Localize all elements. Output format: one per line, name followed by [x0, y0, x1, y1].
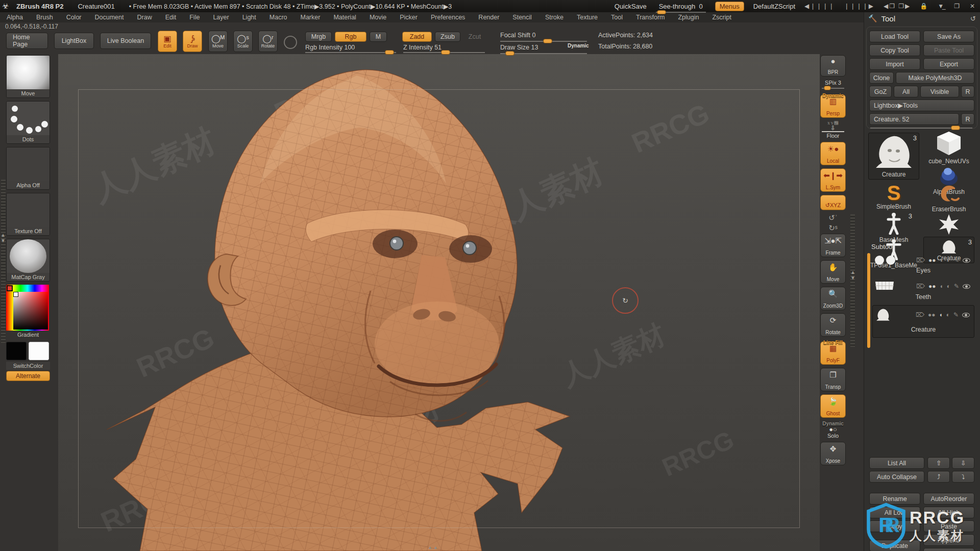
current-tool-slider[interactable]: Creature. 52 [869, 113, 959, 125]
clone-button[interactable]: Clone [869, 72, 894, 84]
export-button[interactable]: Export [923, 58, 974, 70]
focal-shift-handle[interactable] [543, 39, 552, 43]
import-button[interactable]: Import [869, 58, 920, 70]
secondary-color-swatch[interactable] [29, 342, 49, 360]
visibility-eye-icon[interactable] [963, 284, 970, 289]
restore-icon[interactable]: ❐ [954, 3, 961, 10]
live-boolean-button[interactable]: Live Boolean [100, 33, 151, 49]
goz-r-button[interactable]: R [961, 86, 974, 97]
bpr-render-button[interactable]: ● BPR [820, 55, 846, 77]
draw-size-handle[interactable] [505, 51, 514, 56]
subtool-row-teeth[interactable]: ⌦ ●● ◖ ◐ ✎ Teeth [873, 280, 973, 300]
menu-render[interactable]: Render [472, 13, 506, 22]
rotate-canvas-button[interactable]: ⟳ Rotate [820, 313, 846, 337]
default-zscript-button[interactable]: DefaultZScript [753, 3, 795, 10]
menu-file[interactable]: File [183, 13, 206, 22]
visibility-eye-icon[interactable] [962, 313, 970, 317]
make-polymesh3d-button[interactable]: Make PolyMesh3D [896, 72, 974, 84]
copy-tool-button[interactable]: Copy Tool [869, 44, 920, 56]
polypaint-icon[interactable]: ●● [928, 283, 936, 290]
menu-tool[interactable]: Tool [604, 13, 629, 22]
zsub-button[interactable]: Zsub [435, 32, 460, 42]
menus-button[interactable]: Menus [715, 2, 744, 11]
current-tool-track[interactable] [870, 128, 972, 129]
polypaint-icon[interactable]: ●● [928, 257, 936, 264]
displacement-icon[interactable]: ◐ [947, 257, 950, 264]
close-icon[interactable]: ✕ [970, 3, 976, 10]
quick-pick-sphere-icon[interactable] [284, 36, 297, 49]
see-through-handle[interactable] [657, 10, 666, 14]
spix-slider-label[interactable]: SPix 3 [819, 80, 847, 86]
current-stroke-swatch[interactable]: Dots [6, 101, 50, 144]
menu-material[interactable]: Material [327, 13, 362, 22]
color-picker[interactable]: Gradient [6, 285, 50, 339]
focal-shift-slider-label[interactable]: Focal Shift 0 [500, 32, 535, 39]
subtool-row-creature-selected[interactable]: ⌦ ●● ◖ ◐ ✎ Creature [872, 305, 974, 338]
scale-mode-button[interactable]: ◯ˢ Scale [233, 31, 253, 52]
draw-size-slider-label[interactable]: Draw Size 13 [500, 44, 538, 51]
uv-map-icon[interactable]: ◖ [939, 311, 942, 318]
move-down-hierarchy-button[interactable]: ⤵ [952, 471, 974, 483]
hue-selector[interactable] [7, 285, 13, 291]
flatten-arrow-icon[interactable]: ⌦ [916, 257, 925, 264]
menu-edit[interactable]: Edit [159, 13, 183, 22]
paste-tool-button[interactable]: Paste Tool [923, 44, 974, 56]
menu-stencil[interactable]: Stencil [506, 13, 538, 22]
current-brush-swatch[interactable]: Move [6, 55, 50, 98]
move-canvas-button[interactable]: ✋ Move [820, 260, 846, 284]
subtool-section-title[interactable]: Subtool [871, 243, 894, 251]
zoom3d-button[interactable]: 🔍 Zoom3D [820, 287, 846, 310]
menu-macro[interactable]: Macro [263, 13, 294, 22]
right-tray-divider[interactable] [850, 214, 855, 347]
subtool-down-button[interactable]: ⇩ [952, 457, 974, 469]
menu-layer[interactable]: Layer [206, 13, 235, 22]
menu-zscript[interactable]: Zscript [705, 13, 738, 22]
tool-palette-header[interactable]: 🔨 Tool ↺ [864, 12, 980, 24]
uv-map-icon[interactable]: ◖ [939, 257, 943, 264]
tool-item-eraserbrush[interactable]: EraserBrush [923, 184, 974, 213]
menu-brush[interactable]: Brush [30, 13, 60, 22]
transparency-button[interactable]: ❐ Transp [820, 368, 846, 391]
menu-preferences[interactable]: Preferences [424, 13, 472, 22]
brush-icon[interactable]: ✎ [953, 311, 959, 318]
menu-draw[interactable]: Draw [131, 13, 159, 22]
rgb-button[interactable]: Rgb [335, 32, 366, 42]
draw-mode-button[interactable]: ⨔ Draw [183, 31, 202, 52]
frame-button[interactable]: ⇲●⇱ Frame [820, 234, 846, 257]
list-all-button[interactable]: List All [869, 457, 924, 469]
z-intensity-handle[interactable] [441, 50, 450, 55]
brush-icon[interactable]: ✎ [954, 283, 959, 290]
lightbox-button[interactable]: LightBox [54, 33, 94, 49]
mrgb-button[interactable]: Mrgb [305, 32, 332, 42]
goz-all-button[interactable]: All [894, 86, 918, 97]
zcut-button[interactable]: Zcut [463, 32, 486, 42]
current-alpha-swatch[interactable]: Alpha Off [6, 147, 50, 190]
lsym-button[interactable]: ⬅❙➡ L.Sym [820, 168, 846, 192]
ghost-button[interactable]: 🍃 Ghost [820, 394, 846, 418]
menu-marker[interactable]: Marker [294, 13, 327, 22]
menu-stroke[interactable]: Stroke [538, 13, 570, 22]
move-mode-button[interactable]: ◯ᴹ Move [208, 31, 228, 52]
flatten-arrow-icon[interactable]: ⌦ [916, 283, 925, 290]
tool-item-simplebrush[interactable]: S SimpleBrush [868, 183, 919, 210]
color-selector[interactable] [13, 292, 18, 297]
see-through-slider[interactable]: See-through 0 [656, 3, 706, 10]
goz-button[interactable]: GoZ [869, 86, 892, 97]
current-tool-handle[interactable] [951, 126, 960, 130]
displacement-icon[interactable]: ◐ [947, 283, 950, 290]
menu-zplugin[interactable]: Zplugin [671, 13, 705, 22]
tool-item-creature-selected[interactable]: 3 Creature [868, 133, 919, 180]
main-color-swatch[interactable] [6, 342, 27, 360]
menu-transform[interactable]: Transform [629, 13, 672, 22]
quicksave-button[interactable]: QuickSave [615, 3, 647, 10]
z-intensity-slider[interactable] [403, 52, 485, 53]
rgb-intensity-handle[interactable] [385, 50, 394, 55]
visibility-eye-icon[interactable] [963, 258, 970, 263]
xpose-button[interactable]: ✥ Xpose [820, 442, 846, 465]
save-as-button[interactable]: Save As [923, 31, 974, 42]
tray-divider-left-icon[interactable]: ◀❘❘❘❘ [804, 3, 835, 10]
rotate-mode-button[interactable]: ◯ʳ Rotate [258, 31, 278, 52]
focal-shift-slider[interactable] [500, 41, 587, 42]
move-up-hierarchy-button[interactable]: ⤴ [927, 471, 950, 483]
xyz-symmetry-button[interactable]: ↺XYZ [820, 195, 846, 210]
